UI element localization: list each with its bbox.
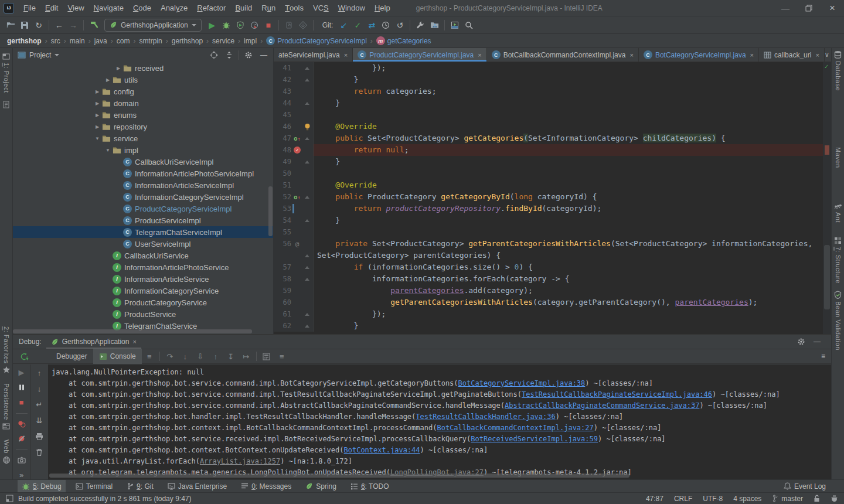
gutter[interactable]: 58 (274, 273, 314, 285)
tab-options-icon[interactable]: ≡ (142, 352, 157, 361)
breadcrumb-smtrpin[interactable]: smtrpin (138, 37, 163, 45)
hide-panel-icon[interactable]: — (258, 51, 270, 59)
fold-marker-icon[interactable] (305, 219, 309, 222)
editor-tab-BotCallbackCommandContextImpl.java[interactable]: CBotCallbackCommandContextImpl.java× (487, 48, 639, 62)
stack-trace-link[interactable]: BotCategoryServiceImpl.java:38 (458, 379, 586, 387)
tree-item-impl[interactable]: ▼impl (13, 144, 273, 156)
tree-item-enums[interactable]: ▶enums (13, 109, 273, 121)
fold-marker-icon[interactable] (305, 325, 309, 328)
overriding-method-icon[interactable]: o↑ (294, 193, 301, 201)
pause-icon[interactable] (17, 383, 26, 391)
stack-trace-link[interactable]: TestResultCallbackHandler.java:36 (416, 413, 555, 421)
project-tree-horizontal-scrollbar[interactable] (13, 329, 252, 333)
stack-trace-link[interactable]: BotReceivedServiceImpl.java:59 (471, 435, 598, 443)
code-text[interactable]: } (314, 156, 823, 168)
editor-tab-ProductCategoryServiceImpl.java[interactable]: CProductCategoryServiceImpl.java× (353, 48, 487, 62)
code-text[interactable]: @Override (314, 121, 823, 132)
project-panel-title[interactable]: Project (29, 51, 51, 59)
tree-item-ProductService[interactable]: IProductService (13, 308, 273, 320)
evaluate-expression-icon[interactable] (259, 353, 274, 360)
menu-help[interactable]: Help (370, 0, 395, 16)
clear-console-icon[interactable] (35, 447, 44, 457)
tool-window-button-9-git[interactable]: 9: Git (122, 480, 158, 493)
breakpoint-icon[interactable]: ✓ (294, 147, 301, 154)
code-text[interactable]: return categories; (314, 86, 823, 97)
debug-icon[interactable] (222, 21, 230, 29)
attach-debugger-icon[interactable] (285, 21, 293, 29)
git-compare-icon[interactable]: ⇄ (369, 21, 376, 29)
print-console-icon[interactable] (35, 431, 44, 441)
file-encoding[interactable]: UTF-8 (703, 495, 723, 503)
run-icon[interactable]: ▶ (209, 21, 215, 29)
project-structure-icon[interactable] (430, 21, 439, 29)
gutter[interactable]: 46 (274, 121, 314, 132)
tree-item-TelegramChatServiceImpl[interactable]: CTelegramChatServiceImpl (13, 226, 273, 238)
gutter[interactable]: 43 (274, 86, 314, 97)
editor-tab-callback_uri[interactable]: callback_uri× (759, 48, 825, 62)
menu-tools[interactable]: Tools (280, 0, 308, 16)
build-icon[interactable] (90, 21, 98, 29)
drop-frame-icon[interactable]: ↧ (223, 352, 239, 361)
back-icon[interactable]: ← (55, 21, 63, 29)
tree-item-domain[interactable]: ▶domain (13, 97, 273, 109)
breadcrumb-java[interactable]: java (93, 37, 108, 45)
fold-marker-icon[interactable] (305, 79, 309, 81)
tree-arrow-icon[interactable]: ▶ (103, 77, 113, 83)
attach-profiler-icon[interactable] (299, 21, 307, 29)
tree-arrow-icon[interactable]: ▶ (93, 113, 102, 118)
gutter[interactable]: 49 (274, 156, 314, 168)
fold-marker-icon[interactable] (305, 161, 309, 164)
close-tab-icon[interactable]: × (478, 52, 481, 59)
tree-item-UserServiceImpl[interactable]: CUserServiceImpl (13, 238, 273, 250)
menu-build[interactable]: Build (230, 0, 257, 16)
gutter[interactable]: 41 (274, 62, 314, 74)
tree-arrow-icon[interactable]: ▶ (114, 66, 123, 71)
tool-window-button-event-log[interactable]: Event Log (780, 480, 830, 493)
menu-view[interactable]: View (63, 0, 89, 16)
code-text[interactable]: } (314, 214, 823, 226)
tree-item-utils[interactable]: ▶utils (13, 74, 273, 86)
code-text[interactable]: public ProductCategory getCategoryById(l… (314, 191, 823, 203)
tool-window-button-6-todo[interactable]: 6: TODO (346, 480, 393, 493)
step-out-icon[interactable]: ↑ (208, 352, 223, 361)
restore-layout-icon[interactable]: ≡ (821, 352, 831, 360)
menu-window[interactable]: Window (333, 0, 370, 16)
minimize-icon[interactable]: — (774, 0, 797, 16)
rerun-debug-icon[interactable] (15, 352, 33, 361)
tool-button-bean-validation[interactable]: Bean Validation (834, 291, 842, 350)
debug-console-output[interactable]: java.lang.NullPointerException: null at … (48, 365, 831, 479)
code-text[interactable]: return productCategoryRepository.findByI… (314, 203, 823, 214)
tree-arrow-icon[interactable]: ▶ (93, 89, 102, 94)
code-text[interactable]: } (314, 74, 823, 86)
gutter[interactable]: 52o↑ (274, 191, 314, 203)
tree-item-InformationArticleService[interactable]: IInformationArticleService (13, 273, 273, 285)
menu-file[interactable]: File (19, 0, 40, 16)
tree-item-ProductServiceImpl[interactable]: CProductServiceImpl (13, 214, 273, 226)
menu-analyze[interactable]: Analyze (156, 0, 192, 16)
sync-icon[interactable]: ↻ (35, 21, 42, 29)
highlighting-level-icon[interactable] (831, 495, 838, 502)
breadcrumb-impl[interactable]: impl (243, 37, 258, 45)
force-step-into-icon[interactable]: ⇩ (193, 352, 208, 361)
tree-arrow-icon[interactable]: ▼ (103, 148, 113, 153)
close-session-icon[interactable]: × (132, 338, 136, 345)
gutter[interactable]: 59 (274, 285, 314, 297)
tool-window-button-java-enterprise[interactable]: Java Enterprise (164, 480, 231, 493)
tool-window-toggle-icon[interactable] (6, 495, 13, 502)
code-text[interactable] (314, 109, 823, 121)
tool-window-button-spring[interactable]: Spring (301, 480, 341, 493)
layout-settings-icon[interactable]: ≡ (274, 352, 290, 361)
code-text[interactable]: public Set<ProductCategory> getCategorie… (314, 132, 823, 144)
code-text[interactable] (314, 226, 823, 238)
breadcrumb-method[interactable]: mgetCategories (375, 36, 433, 45)
fold-marker-icon[interactable] (305, 67, 309, 70)
save-all-icon[interactable] (21, 21, 29, 29)
gutter[interactable]: 44 (274, 97, 314, 109)
tool-window-button-terminal[interactable]: Terminal (72, 480, 117, 493)
tree-item-service[interactable]: ▼service (13, 132, 273, 144)
tree-item-received[interactable]: ▶received (13, 62, 273, 74)
tool-button-web[interactable]: Web (2, 440, 11, 464)
status-message[interactable]: Build completed successfully in 2 s 861 … (18, 495, 191, 503)
run-to-cursor-icon[interactable]: ↦ (239, 352, 254, 361)
menu-run[interactable]: Run (257, 0, 280, 16)
